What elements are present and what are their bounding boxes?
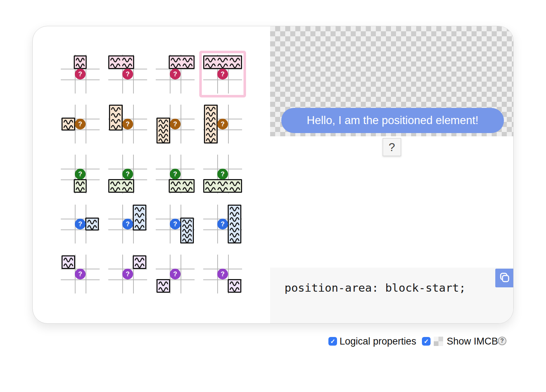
copy-icon — [499, 272, 511, 285]
transparency-checker-icon — [434, 337, 443, 346]
grid-line — [133, 105, 134, 143]
tile-block-end-span-inline-end[interactable]: ? — [156, 155, 195, 193]
positioned-box-preview — [133, 255, 146, 269]
tile-block-start[interactable]: ? — [203, 55, 242, 94]
code-text: position-area: block-start; — [285, 281, 466, 294]
positioned-box-preview — [62, 255, 75, 269]
grid-line — [61, 79, 100, 80]
tile-block-end-span-inline-start[interactable]: ? — [108, 155, 147, 193]
anchor-dot: ? — [75, 169, 86, 179]
grid-line — [108, 279, 147, 280]
positioned-box-preview — [74, 55, 87, 69]
anchor-dot: ? — [122, 269, 133, 279]
grid-line — [86, 255, 86, 293]
anchor-dot: ? — [75, 119, 86, 129]
positioned-box-preview — [109, 105, 123, 131]
tile-inline-start-center[interactable]: ? — [61, 105, 100, 143]
positioned-element: Hello, I am the positioned element! — [281, 108, 504, 133]
positioned-box-preview — [204, 105, 218, 143]
anchor-dot: ? — [217, 119, 228, 129]
tile-inline-start[interactable]: ? — [203, 105, 242, 143]
logical-properties-checkbox[interactable]: ✓ — [328, 337, 337, 346]
positioned-box-preview — [156, 118, 170, 143]
positioned-box-preview — [74, 179, 87, 193]
help-icon[interactable]: ? — [498, 337, 506, 345]
position-area-visualizer: ???????????????????? Hello, I am the pos… — [0, 0, 546, 392]
positioned-box-preview — [169, 55, 195, 69]
grid-line — [181, 105, 181, 143]
positioned-box-preview — [228, 279, 241, 293]
tile-block-start-inline-end[interactable]: ? — [108, 255, 147, 293]
anchor-element: ? — [383, 138, 401, 156]
anchor-dot: ? — [75, 69, 86, 79]
code-output: position-area: block-start; — [270, 268, 514, 324]
anchor-dot: ? — [170, 69, 181, 79]
show-imcb-checkbox[interactable]: ✓ — [422, 337, 431, 346]
tile-block-start-inline-start[interactable]: ? — [61, 255, 100, 293]
anchor-dot: ? — [217, 169, 228, 179]
grid-line — [61, 279, 100, 280]
anchor-dot: ? — [122, 69, 133, 79]
grid-line — [156, 79, 195, 80]
anchor-dot: ? — [122, 219, 133, 229]
anchor-dot: ? — [75, 269, 86, 279]
logical-properties-label: Logical properties — [340, 336, 416, 347]
positioned-box-preview — [85, 218, 99, 231]
tile-inline-end-center[interactable]: ? — [61, 205, 100, 243]
anchor-dot: ? — [170, 169, 181, 179]
tile-block-end-inline-end[interactable]: ? — [203, 255, 242, 293]
grid-line — [181, 255, 181, 293]
anchor-dot: ? — [217, 219, 228, 229]
positioned-box-preview — [108, 55, 134, 69]
anchor-dot: ? — [122, 169, 133, 179]
positioned-box-preview — [108, 179, 134, 193]
positioned-box-preview — [228, 205, 241, 243]
tile-inline-end-span-block-start[interactable]: ? — [108, 205, 147, 243]
tile-inline-start-span-block-end[interactable]: ? — [156, 105, 195, 143]
anchor-dot: ? — [170, 269, 181, 279]
positioned-box-preview — [180, 218, 194, 243]
copy-button[interactable] — [495, 269, 514, 287]
anchor-dot: ? — [217, 269, 228, 279]
grid-line — [86, 105, 86, 143]
tile-inline-end-span-block-end[interactable]: ? — [156, 205, 195, 243]
anchor-dot: ? — [170, 219, 181, 229]
positioned-box-preview — [133, 205, 146, 231]
tile-block-start-span-inline-start[interactable]: ? — [108, 55, 147, 94]
anchor-dot: ? — [217, 69, 228, 79]
anchor-dot: ? — [122, 119, 133, 129]
tile-block-end[interactable]: ? — [203, 155, 242, 193]
tile-inline-start-span-block-start[interactable]: ? — [108, 105, 147, 143]
positioned-box-preview — [203, 179, 242, 193]
tile-block-end-center[interactable]: ? — [61, 155, 100, 193]
positioned-box-preview — [62, 118, 75, 131]
grid-line — [108, 79, 147, 80]
anchor-dot: ? — [170, 119, 181, 129]
tile-inline-end[interactable]: ? — [203, 205, 242, 243]
tile-block-start-center[interactable]: ? — [61, 55, 100, 94]
tile-block-end-inline-start[interactable]: ? — [156, 255, 195, 293]
anchor-dot: ? — [75, 219, 86, 229]
tile-block-start-span-inline-end[interactable]: ? — [156, 55, 195, 94]
grid-line — [228, 105, 229, 143]
positioned-box-preview — [169, 179, 195, 193]
transparency-preview: Hello, I am the positioned element! — [270, 26, 514, 136]
show-imcb-label: Show IMCB — [447, 336, 498, 347]
positioned-box-preview — [203, 55, 242, 69]
positioned-box-preview — [156, 279, 170, 293]
visualizer-card: ???????????????????? Hello, I am the pos… — [32, 26, 514, 324]
grid-line — [203, 79, 242, 80]
